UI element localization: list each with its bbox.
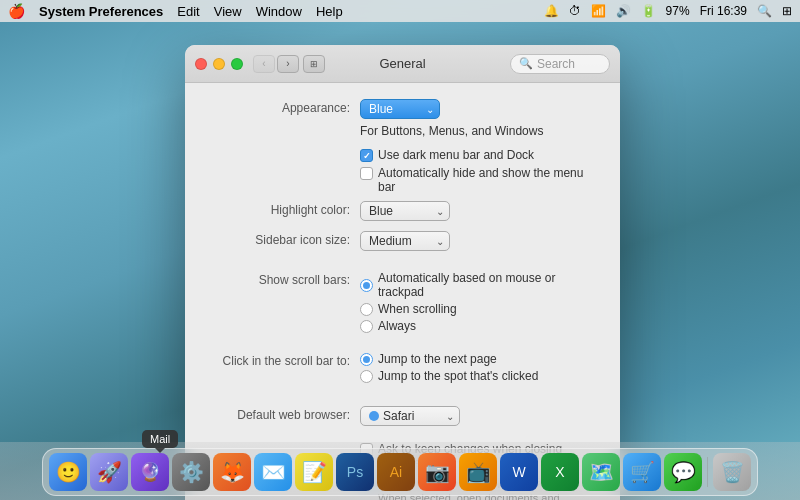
dock-icon-illustrator[interactable]: Ai [377, 453, 415, 491]
window-title: General [379, 56, 425, 71]
dock-icon-photos[interactable]: 📷 [418, 453, 456, 491]
appearance-dropdown[interactable]: Blue [360, 99, 440, 119]
search-input[interactable]: Search [537, 57, 601, 71]
dock-icon-finder[interactable]: 🙂 [49, 453, 87, 491]
close-button[interactable] [195, 58, 207, 70]
click-scroll-bar-row: Click in the scroll bar to: Jump to the … [185, 352, 620, 386]
jump-spot-label: Jump to the spot that's clicked [378, 369, 538, 383]
preferences-window: ‹ › ⊞ General 🔍 Search Appearance: Blue … [185, 45, 620, 500]
dark-menu-controls: Use dark menu bar and Dock Automatically… [360, 148, 600, 198]
scroll-auto-row: Automatically based on mouse or trackpad [360, 271, 600, 299]
appearance-label: Appearance: [205, 99, 360, 115]
menubar: 🍎 System Preferences Edit View Window He… [0, 0, 800, 22]
volume-icon[interactable]: 🔊 [616, 4, 631, 18]
dock-inner: 🙂 🚀 🔮 ⚙️ 🦊 ✉️ 📝 Ps Ai 📷 📺 W X 🗺️ 🛒 💬 🗑️ [42, 448, 758, 496]
grid-view-button[interactable]: ⊞ [303, 55, 325, 73]
dock-icon-photoshop[interactable]: Ps [336, 453, 374, 491]
highlight-color-label: Highlight color: [205, 201, 360, 217]
dock-icon-maps[interactable]: 🗺️ [582, 453, 620, 491]
menubar-view[interactable]: View [214, 4, 242, 19]
dock-icon-messages[interactable]: 💬 [664, 453, 702, 491]
menubar-edit[interactable]: Edit [177, 4, 199, 19]
scroll-always-row: Always [360, 319, 600, 333]
dock-icon-appstore[interactable]: 🛒 [623, 453, 661, 491]
maximize-button[interactable] [231, 58, 243, 70]
scroll-auto-radio[interactable] [360, 279, 373, 292]
jump-spot-radio[interactable] [360, 370, 373, 383]
default-browser-row: Default web browser: Safari [185, 406, 620, 426]
menubar-left: 🍎 System Preferences Edit View Window He… [8, 3, 343, 19]
mail-tooltip: Mail [142, 430, 178, 448]
time-machine-icon[interactable]: ⏱ [569, 4, 581, 18]
dark-menu-bar-checkbox[interactable] [360, 149, 373, 162]
traffic-lights [195, 58, 243, 70]
dock-icon-vlc[interactable]: 📺 [459, 453, 497, 491]
scroll-always-label: Always [378, 319, 416, 333]
menubar-window[interactable]: Window [256, 4, 302, 19]
scroll-when-row: When scrolling [360, 302, 600, 316]
nav-buttons: ‹ › [253, 55, 299, 73]
scroll-when-radio[interactable] [360, 303, 373, 316]
jump-page-radio[interactable] [360, 353, 373, 366]
menubar-clock[interactable]: Fri 16:39 [700, 4, 747, 18]
dark-menu-spacer [205, 148, 360, 150]
minimize-button[interactable] [213, 58, 225, 70]
control-center-icon[interactable]: ⊞ [782, 4, 792, 18]
dock-icon-prefs[interactable]: ⚙️ [172, 453, 210, 491]
default-browser-label: Default web browser: [205, 406, 360, 422]
menubar-app-name[interactable]: System Preferences [39, 4, 163, 19]
dark-menu-row: Use dark menu bar and Dock Automatically… [185, 148, 620, 198]
highlight-color-control: Blue [360, 201, 450, 221]
appearance-control: Blue For Buttons, Menus, and Windows [360, 99, 600, 138]
search-box[interactable]: 🔍 Search [510, 54, 610, 74]
scroll-bars-row: Show scroll bars: Automatically based on… [185, 271, 620, 336]
appearance-description: For Buttons, Menus, and Windows [360, 124, 543, 138]
sidebar-icon-size-control: Medium [360, 231, 450, 251]
scroll-bars-label: Show scroll bars: [205, 271, 360, 287]
menubar-help[interactable]: Help [316, 4, 343, 19]
dark-menu-bar-label: Use dark menu bar and Dock [378, 148, 534, 162]
dock-icon-trash[interactable]: 🗑️ [713, 453, 751, 491]
dock-icon-word[interactable]: W [500, 453, 538, 491]
dock-icon-siri[interactable]: 🔮 [131, 453, 169, 491]
click-scroll-bar-label: Click in the scroll bar to: [205, 352, 360, 368]
battery-icon[interactable]: 🔋 [641, 4, 656, 18]
jump-page-label: Jump to the next page [378, 352, 497, 366]
back-button[interactable]: ‹ [253, 55, 275, 73]
dock-icon-excel[interactable]: X [541, 453, 579, 491]
auto-hide-label: Automatically hide and show the menu bar [378, 166, 600, 194]
dock-icon-notes[interactable]: 📝 [295, 453, 333, 491]
safari-dot-icon [369, 411, 379, 421]
apple-menu-icon[interactable]: 🍎 [8, 3, 25, 19]
scroll-always-radio[interactable] [360, 320, 373, 333]
sidebar-icon-size-row: Sidebar icon size: Medium [185, 231, 620, 251]
dock-separator [707, 457, 708, 487]
dock: 🙂 🚀 🔮 ⚙️ 🦊 ✉️ 📝 Ps Ai 📷 📺 W X 🗺️ 🛒 💬 🗑️ [0, 442, 800, 500]
search-icon: 🔍 [519, 57, 533, 70]
window-content: Appearance: Blue For Buttons, Menus, and… [185, 83, 620, 500]
appearance-row: Appearance: Blue For Buttons, Menus, and… [185, 99, 620, 138]
dock-icon-mail[interactable]: ✉️ [254, 453, 292, 491]
scroll-bars-options: Automatically based on mouse or trackpad… [360, 271, 600, 336]
sidebar-icon-size-dropdown[interactable]: Medium [360, 231, 450, 251]
highlight-color-dropdown[interactable]: Blue [360, 201, 450, 221]
desktop: 🍎 System Preferences Edit View Window He… [0, 0, 800, 500]
scroll-when-label: When scrolling [378, 302, 457, 316]
notification-center-icon[interactable]: 🔔 [544, 4, 559, 18]
dock-icon-firefox[interactable]: 🦊 [213, 453, 251, 491]
wifi-icon[interactable]: 📶 [591, 4, 606, 18]
jump-page-row: Jump to the next page [360, 352, 538, 366]
default-browser-dropdown[interactable]: Safari [360, 406, 460, 426]
default-browser-control: Safari [360, 406, 460, 426]
dock-icon-launchpad[interactable]: 🚀 [90, 453, 128, 491]
forward-button[interactable]: › [277, 55, 299, 73]
spotlight-icon[interactable]: 🔍 [757, 4, 772, 18]
safari-dropdown-label: Safari [383, 409, 414, 423]
dark-menu-bar-row: Use dark menu bar and Dock [360, 148, 600, 162]
menubar-right: 🔔 ⏱ 📶 🔊 🔋 97% Fri 16:39 🔍 ⊞ [544, 4, 792, 18]
battery-percent: 97% [666, 4, 690, 18]
highlight-color-row: Highlight color: Blue [185, 201, 620, 221]
auto-hide-checkbox[interactable] [360, 167, 373, 180]
sidebar-icon-size-label: Sidebar icon size: [205, 231, 360, 247]
click-scroll-bar-options: Jump to the next page Jump to the spot t… [360, 352, 538, 386]
